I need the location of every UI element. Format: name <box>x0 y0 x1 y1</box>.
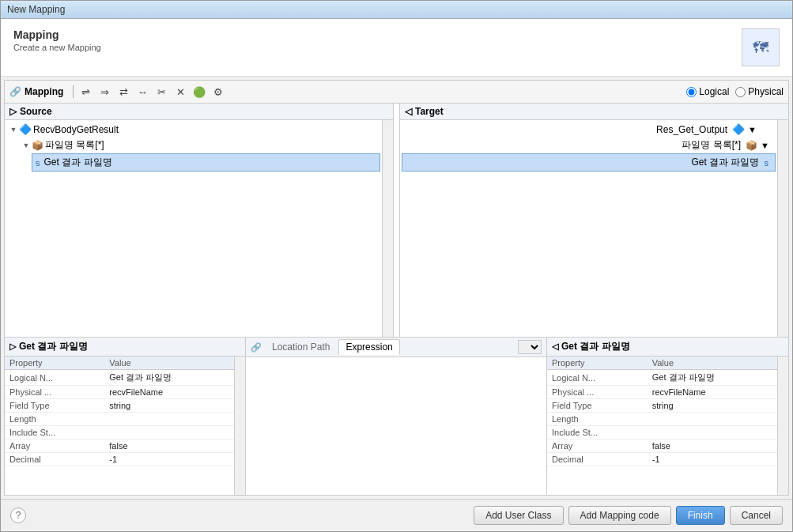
table-row: Arrayfalse <box>5 440 234 453</box>
prop-name-cell: Length <box>5 413 104 426</box>
dialog-header: Mapping Create a new Mapping 🗺 <box>1 19 792 77</box>
target-root[interactable]: Res_Get_Output 🔷 ▼ <box>402 122 776 137</box>
dialog-header-left: Mapping Create a new Mapping <box>13 28 101 52</box>
prop-value-cell: false <box>648 440 777 453</box>
target-child1[interactable]: 파일명 목록[*] 📦 ▼ <box>402 137 776 153</box>
toolbar-btn-cut[interactable]: ✂ <box>153 83 170 100</box>
source-child2-label: Get 결과 파일명 <box>44 156 112 169</box>
radio-physical[interactable]: Physical <box>735 86 784 97</box>
source-child2-icon: s <box>36 158 40 168</box>
view-mode-radio-group: Logical Physical <box>686 86 784 97</box>
prop-name-cell: Field Type <box>547 399 648 413</box>
tab-location-path[interactable]: Location Path <box>265 339 337 355</box>
prop-name-cell: Array <box>5 440 104 453</box>
lower-left-scrollbar[interactable] <box>234 357 245 495</box>
toolbar-btn-2[interactable]: ⇒ <box>96 83 113 100</box>
prop-value-cell <box>104 426 234 440</box>
target-root-menu[interactable]: ▼ <box>748 125 757 134</box>
source-props-scroll[interactable]: Property Value Logical N...Get 결과 파일명Phy… <box>5 357 234 495</box>
source-scrollbar[interactable] <box>382 120 393 337</box>
target-child1-label: 파일명 목록[*] <box>682 138 741 152</box>
connection-lines <box>394 104 400 337</box>
toolbar-btn-green[interactable]: 🟢 <box>191 83 208 100</box>
table-row: Logical N...Get 결과 파일명 <box>547 370 777 386</box>
source-root-icon: 🔷 <box>19 123 32 135</box>
source-child1-icon: 📦 <box>32 140 43 151</box>
help-button[interactable]: ? <box>10 507 26 523</box>
expression-dropdown[interactable] <box>518 340 542 354</box>
dialog-subtitle: Create a new Mapping <box>13 43 101 52</box>
target-child2[interactable]: Get 결과 파일명 s <box>402 153 776 172</box>
expand-root[interactable]: ▼ <box>9 126 17 134</box>
source-panel-header: ▷ Source <box>5 104 393 120</box>
cancel-button[interactable]: Cancel <box>730 506 783 525</box>
source-tree[interactable]: ▼ 🔷 RecvBodyGetResult ▼ 📦 파일명 목록[*] <box>5 120 382 337</box>
mapping-toolbar: 🔗 Mapping ⇌ ⇒ ⇄ ↔ ✂ ✕ 🟢 ⚙ Logical Physic… <box>5 81 788 104</box>
dialog-title: Mapping <box>13 28 101 41</box>
source-prop-header-property: Property <box>5 357 104 370</box>
prop-name-cell: Decimal <box>5 453 104 466</box>
prop-value-cell: string <box>648 399 777 413</box>
target-root-label: Res_Get_Output <box>656 124 727 135</box>
tabs-bar: 🔗 Location Path Expression <box>246 338 546 357</box>
toolbar-btn-3[interactable]: ⇄ <box>115 83 132 100</box>
table-row: Field Typestring <box>5 399 234 413</box>
lower-area: ▷ Get 결과 파일명 Property Value Logica <box>5 337 788 495</box>
add-mapping-code-button[interactable]: Add Mapping code <box>568 506 671 525</box>
source-expand-icon: ▷ <box>9 106 17 117</box>
toolbar-btn-4[interactable]: ↔ <box>134 83 151 100</box>
table-row: Include St... <box>547 426 777 440</box>
add-user-class-button[interactable]: Add User Class <box>474 506 563 525</box>
target-prop-header-value: Value <box>648 357 777 370</box>
expand-child1[interactable]: ▼ <box>22 141 30 149</box>
target-scrollbar[interactable] <box>777 120 788 337</box>
target-root-icon: 🔷 <box>732 123 745 135</box>
target-child2-label: Get 결과 파일명 <box>691 156 759 169</box>
target-props-scroll[interactable]: Property Value Logical N...Get 결과 파일명Phy… <box>547 357 777 495</box>
prop-value-cell: recvFileName <box>648 386 777 399</box>
footer-left: ? <box>10 507 26 523</box>
prop-value-cell: string <box>104 399 234 413</box>
prop-value-cell: Get 결과 파일명 <box>104 370 234 386</box>
target-child1-menu[interactable]: ▼ <box>761 141 769 150</box>
target-expand-icon: ◁ <box>405 106 412 117</box>
target-panel: ◁ Target Res_Get_Output 🔷 ▼ <box>400 104 788 337</box>
title-bar: New Mapping <box>1 1 792 19</box>
toolbar-btn-1[interactable]: ⇌ <box>77 83 94 100</box>
expression-area[interactable] <box>246 357 546 495</box>
prop-name-cell: Physical ... <box>547 386 648 399</box>
source-child2[interactable]: s Get 결과 파일명 <box>32 153 380 172</box>
toolbar-btn-close[interactable]: ✕ <box>172 83 189 100</box>
source-root-label: RecvBodyGetResult <box>33 124 119 135</box>
toolbar-separator <box>73 85 74 98</box>
target-prop-header-property: Property <box>547 357 648 370</box>
finish-button[interactable]: Finish <box>676 506 725 525</box>
lower-right-scrollbar[interactable] <box>777 357 788 495</box>
source-tree-root[interactable]: ▼ 🔷 RecvBodyGetResult <box>6 122 380 137</box>
table-row: Decimal-1 <box>5 453 234 466</box>
table-row: Include St... <box>5 426 234 440</box>
table-row: Physical ...recvFileName <box>547 386 777 399</box>
source-child1-label: 파일명 목록[*] <box>45 138 104 152</box>
radio-logical[interactable]: Logical <box>686 86 729 97</box>
window-title: New Mapping <box>7 4 65 15</box>
mapping-icon: 🗺 <box>742 28 780 66</box>
prop-name-cell: Include St... <box>5 426 104 440</box>
source-panel: ▷ Source ▼ 🔷 RecvBodyGetResult <box>5 104 394 337</box>
lower-left-title: Get 결과 파일명 <box>19 340 88 353</box>
tab-expression[interactable]: Expression <box>338 339 399 355</box>
table-row: Length <box>5 413 234 426</box>
prop-name-cell: Decimal <box>547 453 648 466</box>
lower-left-icon: ▷ <box>9 341 16 352</box>
prop-name-cell: Physical ... <box>5 386 104 399</box>
lower-left-panel: ▷ Get 결과 파일명 Property Value Logica <box>5 338 246 495</box>
target-props-table: Property Value Logical N...Get 결과 파일명Phy… <box>547 357 777 466</box>
target-child2-icon: s <box>765 158 769 168</box>
prop-name-cell: Length <box>547 413 648 426</box>
toolbar-btn-settings[interactable]: ⚙ <box>210 83 227 100</box>
lower-right-header: ◁ Get 결과 파일명 <box>547 338 788 357</box>
target-tree[interactable]: Res_Get_Output 🔷 ▼ 파일명 목록[*] 📦 ▼ <box>400 120 777 337</box>
source-child1[interactable]: ▼ 📦 파일명 목록[*] <box>19 137 380 153</box>
lower-right-panel: ◁ Get 결과 파일명 Property Value Logica <box>547 338 788 495</box>
mapping-toolbar-title: 🔗 Mapping <box>9 86 63 97</box>
